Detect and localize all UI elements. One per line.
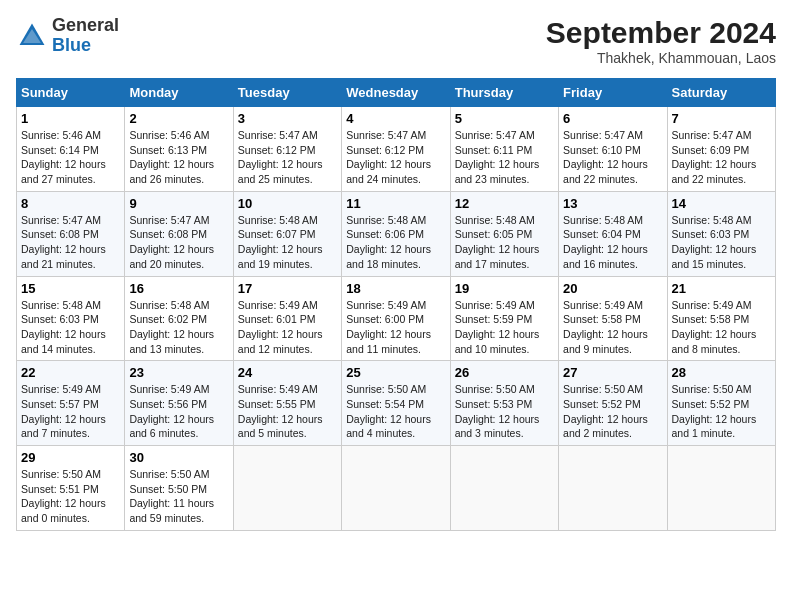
day-number: 23 (129, 365, 228, 380)
day-number: 20 (563, 281, 662, 296)
calendar-cell: 20 Sunrise: 5:49 AMSunset: 5:58 PMDaylig… (559, 276, 667, 361)
calendar-cell: 12 Sunrise: 5:48 AMSunset: 6:05 PMDaylig… (450, 191, 558, 276)
day-info: Sunrise: 5:47 AMSunset: 6:11 PMDaylight:… (455, 128, 554, 187)
calendar-cell (559, 446, 667, 531)
weekday-header-wednesday: Wednesday (342, 79, 450, 107)
day-info: Sunrise: 5:47 AMSunset: 6:08 PMDaylight:… (21, 213, 120, 272)
calendar-cell: 27 Sunrise: 5:50 AMSunset: 5:52 PMDaylig… (559, 361, 667, 446)
day-number: 25 (346, 365, 445, 380)
calendar-cell: 16 Sunrise: 5:48 AMSunset: 6:02 PMDaylig… (125, 276, 233, 361)
calendar-cell: 23 Sunrise: 5:49 AMSunset: 5:56 PMDaylig… (125, 361, 233, 446)
day-info: Sunrise: 5:48 AMSunset: 6:04 PMDaylight:… (563, 213, 662, 272)
location-subtitle: Thakhek, Khammouan, Laos (546, 50, 776, 66)
day-info: Sunrise: 5:47 AMSunset: 6:12 PMDaylight:… (346, 128, 445, 187)
page-header: General Blue September 2024 Thakhek, Kha… (16, 16, 776, 66)
day-number: 12 (455, 196, 554, 211)
day-number: 2 (129, 111, 228, 126)
day-number: 29 (21, 450, 120, 465)
day-number: 1 (21, 111, 120, 126)
day-info: Sunrise: 5:46 AMSunset: 6:13 PMDaylight:… (129, 128, 228, 187)
day-info: Sunrise: 5:49 AMSunset: 5:58 PMDaylight:… (672, 298, 771, 357)
weekday-header-saturday: Saturday (667, 79, 775, 107)
calendar-cell: 26 Sunrise: 5:50 AMSunset: 5:53 PMDaylig… (450, 361, 558, 446)
day-number: 28 (672, 365, 771, 380)
calendar-week-row: 22 Sunrise: 5:49 AMSunset: 5:57 PMDaylig… (17, 361, 776, 446)
calendar-cell: 30 Sunrise: 5:50 AMSunset: 5:50 PMDaylig… (125, 446, 233, 531)
calendar-week-row: 15 Sunrise: 5:48 AMSunset: 6:03 PMDaylig… (17, 276, 776, 361)
day-info: Sunrise: 5:48 AMSunset: 6:03 PMDaylight:… (21, 298, 120, 357)
calendar-cell: 8 Sunrise: 5:47 AMSunset: 6:08 PMDayligh… (17, 191, 125, 276)
logo: General Blue (16, 16, 119, 56)
calendar-cell: 11 Sunrise: 5:48 AMSunset: 6:06 PMDaylig… (342, 191, 450, 276)
logo-icon (16, 20, 48, 52)
calendar-cell: 29 Sunrise: 5:50 AMSunset: 5:51 PMDaylig… (17, 446, 125, 531)
day-info: Sunrise: 5:50 AMSunset: 5:50 PMDaylight:… (129, 467, 228, 526)
weekday-header-monday: Monday (125, 79, 233, 107)
calendar-cell: 13 Sunrise: 5:48 AMSunset: 6:04 PMDaylig… (559, 191, 667, 276)
day-number: 16 (129, 281, 228, 296)
day-info: Sunrise: 5:49 AMSunset: 6:01 PMDaylight:… (238, 298, 337, 357)
day-number: 27 (563, 365, 662, 380)
calendar-table: SundayMondayTuesdayWednesdayThursdayFrid… (16, 78, 776, 531)
day-info: Sunrise: 5:47 AMSunset: 6:12 PMDaylight:… (238, 128, 337, 187)
calendar-cell (667, 446, 775, 531)
day-info: Sunrise: 5:48 AMSunset: 6:03 PMDaylight:… (672, 213, 771, 272)
title-block: September 2024 Thakhek, Khammouan, Laos (546, 16, 776, 66)
calendar-cell: 3 Sunrise: 5:47 AMSunset: 6:12 PMDayligh… (233, 107, 341, 192)
calendar-cell: 15 Sunrise: 5:48 AMSunset: 6:03 PMDaylig… (17, 276, 125, 361)
day-number: 13 (563, 196, 662, 211)
day-number: 17 (238, 281, 337, 296)
day-info: Sunrise: 5:50 AMSunset: 5:53 PMDaylight:… (455, 382, 554, 441)
day-number: 19 (455, 281, 554, 296)
day-number: 3 (238, 111, 337, 126)
day-info: Sunrise: 5:50 AMSunset: 5:52 PMDaylight:… (563, 382, 662, 441)
day-info: Sunrise: 5:50 AMSunset: 5:51 PMDaylight:… (21, 467, 120, 526)
calendar-cell (450, 446, 558, 531)
weekday-header-row: SundayMondayTuesdayWednesdayThursdayFrid… (17, 79, 776, 107)
logo-general: General (52, 15, 119, 35)
calendar-cell: 5 Sunrise: 5:47 AMSunset: 6:11 PMDayligh… (450, 107, 558, 192)
calendar-cell: 19 Sunrise: 5:49 AMSunset: 5:59 PMDaylig… (450, 276, 558, 361)
day-info: Sunrise: 5:49 AMSunset: 5:56 PMDaylight:… (129, 382, 228, 441)
calendar-cell: 14 Sunrise: 5:48 AMSunset: 6:03 PMDaylig… (667, 191, 775, 276)
day-number: 14 (672, 196, 771, 211)
day-number: 11 (346, 196, 445, 211)
calendar-cell: 24 Sunrise: 5:49 AMSunset: 5:55 PMDaylig… (233, 361, 341, 446)
calendar-cell (233, 446, 341, 531)
day-number: 8 (21, 196, 120, 211)
weekday-header-tuesday: Tuesday (233, 79, 341, 107)
calendar-cell: 6 Sunrise: 5:47 AMSunset: 6:10 PMDayligh… (559, 107, 667, 192)
day-number: 7 (672, 111, 771, 126)
calendar-cell: 7 Sunrise: 5:47 AMSunset: 6:09 PMDayligh… (667, 107, 775, 192)
day-info: Sunrise: 5:49 AMSunset: 5:55 PMDaylight:… (238, 382, 337, 441)
day-info: Sunrise: 5:48 AMSunset: 6:02 PMDaylight:… (129, 298, 228, 357)
day-info: Sunrise: 5:46 AMSunset: 6:14 PMDaylight:… (21, 128, 120, 187)
logo-text: General Blue (52, 16, 119, 56)
day-number: 10 (238, 196, 337, 211)
day-info: Sunrise: 5:47 AMSunset: 6:09 PMDaylight:… (672, 128, 771, 187)
day-info: Sunrise: 5:49 AMSunset: 5:57 PMDaylight:… (21, 382, 120, 441)
calendar-cell: 22 Sunrise: 5:49 AMSunset: 5:57 PMDaylig… (17, 361, 125, 446)
day-info: Sunrise: 5:48 AMSunset: 6:05 PMDaylight:… (455, 213, 554, 272)
calendar-cell (342, 446, 450, 531)
calendar-cell: 2 Sunrise: 5:46 AMSunset: 6:13 PMDayligh… (125, 107, 233, 192)
day-info: Sunrise: 5:48 AMSunset: 6:07 PMDaylight:… (238, 213, 337, 272)
calendar-cell: 9 Sunrise: 5:47 AMSunset: 6:08 PMDayligh… (125, 191, 233, 276)
day-info: Sunrise: 5:50 AMSunset: 5:54 PMDaylight:… (346, 382, 445, 441)
day-number: 24 (238, 365, 337, 380)
calendar-cell: 18 Sunrise: 5:49 AMSunset: 6:00 PMDaylig… (342, 276, 450, 361)
day-info: Sunrise: 5:47 AMSunset: 6:08 PMDaylight:… (129, 213, 228, 272)
calendar-week-row: 1 Sunrise: 5:46 AMSunset: 6:14 PMDayligh… (17, 107, 776, 192)
day-number: 21 (672, 281, 771, 296)
day-info: Sunrise: 5:47 AMSunset: 6:10 PMDaylight:… (563, 128, 662, 187)
calendar-cell: 21 Sunrise: 5:49 AMSunset: 5:58 PMDaylig… (667, 276, 775, 361)
day-number: 26 (455, 365, 554, 380)
logo-blue: Blue (52, 35, 91, 55)
day-number: 4 (346, 111, 445, 126)
day-number: 15 (21, 281, 120, 296)
calendar-cell: 10 Sunrise: 5:48 AMSunset: 6:07 PMDaylig… (233, 191, 341, 276)
day-info: Sunrise: 5:50 AMSunset: 5:52 PMDaylight:… (672, 382, 771, 441)
calendar-cell: 4 Sunrise: 5:47 AMSunset: 6:12 PMDayligh… (342, 107, 450, 192)
calendar-cell: 28 Sunrise: 5:50 AMSunset: 5:52 PMDaylig… (667, 361, 775, 446)
day-info: Sunrise: 5:49 AMSunset: 5:58 PMDaylight:… (563, 298, 662, 357)
